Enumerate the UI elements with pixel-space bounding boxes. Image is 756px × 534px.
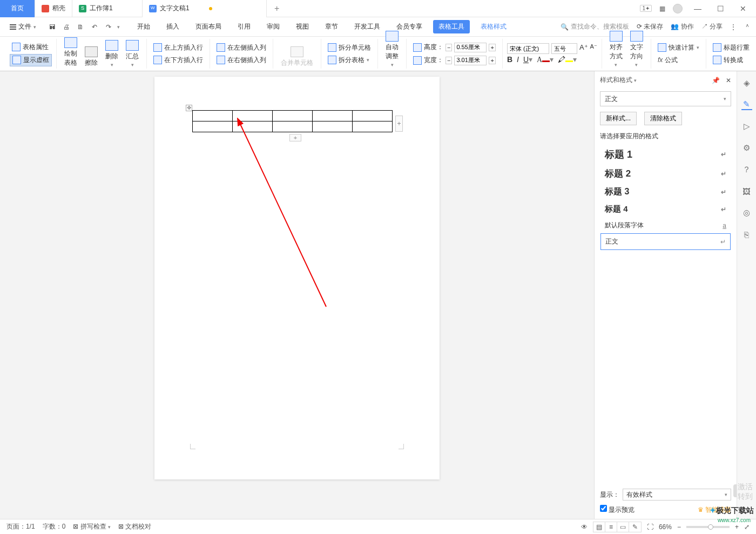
view-read-button[interactable]: ✎ bbox=[629, 522, 641, 532]
insert-below-button[interactable]: 在下方插入行 bbox=[151, 55, 205, 66]
side-settings-icon[interactable]: ⚙ bbox=[741, 143, 752, 153]
close-panel-button[interactable]: ✕ bbox=[726, 77, 731, 84]
collapse-ribbon-button[interactable]: ＾ bbox=[744, 22, 751, 31]
menu-ref[interactable]: 引用 bbox=[232, 20, 256, 33]
new-tab-button[interactable]: + bbox=[267, 4, 287, 13]
add-column-button[interactable]: + bbox=[395, 116, 403, 132]
split-table-button[interactable]: 拆分表格▾ bbox=[326, 55, 373, 66]
status-words[interactable]: 字数：0 bbox=[43, 522, 66, 531]
insert-right-button[interactable]: 在右侧插入列 bbox=[214, 55, 268, 66]
tab-doc[interactable]: 文字文稿1 bbox=[143, 0, 267, 17]
summary-button[interactable]: 汇总▾ bbox=[123, 39, 142, 69]
style-heading2[interactable]: 标题 2↵ bbox=[600, 164, 731, 183]
qat-print-button[interactable]: 🖨 bbox=[61, 22, 72, 32]
badge-icon[interactable]: 1✦ bbox=[640, 5, 652, 12]
menu-view[interactable]: 视图 bbox=[291, 20, 314, 33]
col-width-control[interactable]: 宽度： − + bbox=[411, 55, 498, 66]
qat-undo-button[interactable]: ↶ bbox=[89, 22, 100, 32]
close-button[interactable]: ✕ bbox=[735, 4, 751, 13]
style-body[interactable]: 正文↵ bbox=[600, 233, 731, 250]
apps-icon[interactable]: ▦ bbox=[659, 5, 665, 12]
menu-dev[interactable]: 开发工具 bbox=[349, 20, 386, 33]
file-menu[interactable]: 文件 ▾ bbox=[5, 21, 40, 33]
menu-start[interactable]: 开始 bbox=[132, 20, 156, 33]
side-select-icon[interactable]: ▷ bbox=[741, 121, 752, 132]
zoom-out-button[interactable]: − bbox=[677, 523, 681, 531]
grow-font-button[interactable]: A⁺ bbox=[579, 43, 588, 54]
convert-button[interactable]: 转换成 bbox=[711, 55, 752, 66]
zoom-label[interactable]: 66% bbox=[659, 523, 672, 531]
pin-button[interactable]: 📌 bbox=[712, 77, 720, 84]
qat-preview-button[interactable]: 🗎 bbox=[75, 22, 86, 32]
menu-layout[interactable]: 页面布局 bbox=[190, 20, 227, 33]
shrink-font-button[interactable]: A⁻ bbox=[590, 43, 597, 54]
show-select[interactable]: 有效样式▾ bbox=[623, 489, 731, 501]
formula-button[interactable]: fx 公式 bbox=[656, 55, 701, 66]
view-page-button[interactable]: ▤ bbox=[593, 522, 605, 532]
zoom-fit-button[interactable]: ⛶ bbox=[647, 523, 653, 531]
current-style-select[interactable]: 正文▾ bbox=[600, 91, 731, 106]
align-button[interactable]: 对齐方式▾ bbox=[606, 30, 626, 69]
eraser-button[interactable]: 擦除 bbox=[82, 45, 101, 69]
status-spell[interactable]: ⊠ 拼写检查 ▾ bbox=[73, 522, 111, 531]
font-name-input[interactable] bbox=[507, 43, 549, 54]
status-proof[interactable]: ⊠ 文档校对 bbox=[118, 522, 151, 531]
minimize-button[interactable]: — bbox=[690, 4, 705, 13]
menu-review[interactable]: 审阅 bbox=[261, 20, 285, 33]
row-height-control[interactable]: 高度： − + bbox=[411, 42, 498, 53]
delete-button[interactable]: 删除▾ bbox=[102, 39, 122, 69]
clear-format-button[interactable]: 清除格式 bbox=[644, 112, 682, 125]
font-color-button[interactable]: A▾ bbox=[537, 55, 554, 64]
underline-button[interactable]: U▾ bbox=[523, 55, 532, 64]
qat-more-button[interactable]: ▾ bbox=[117, 24, 120, 30]
style-heading3[interactable]: 标题 3↵ bbox=[600, 183, 731, 201]
new-style-button[interactable]: 新样式... bbox=[600, 112, 637, 125]
share-button[interactable]: ↗ 分享 bbox=[701, 22, 723, 31]
avatar-icon[interactable] bbox=[673, 4, 683, 13]
menu-section[interactable]: 章节 bbox=[320, 20, 343, 33]
insert-above-button[interactable]: 在上方插入行 bbox=[151, 42, 205, 53]
document-page[interactable]: ✥ + + bbox=[154, 77, 440, 479]
coop-button[interactable]: 👥 协作 bbox=[671, 22, 693, 31]
draw-table-button[interactable]: 绘制表格 bbox=[61, 36, 80, 69]
tab-home[interactable]: 首页 bbox=[0, 0, 35, 17]
show-border-button[interactable]: 显示虚框 bbox=[10, 54, 52, 66]
show-preview-checkbox[interactable]: 显示预览 bbox=[600, 505, 634, 515]
view-web-button[interactable]: ▭ bbox=[617, 522, 629, 532]
maximize-button[interactable]: ☐ bbox=[713, 4, 728, 13]
header-row-button[interactable]: 标题行重 bbox=[711, 42, 752, 53]
font-size-input[interactable] bbox=[551, 43, 577, 54]
tab-workbook[interactable]: 工作簿1 bbox=[72, 0, 143, 17]
menu-insert[interactable]: 插入 bbox=[161, 20, 185, 33]
height-input[interactable] bbox=[454, 43, 487, 52]
table-props-button[interactable]: 表格属性 bbox=[10, 42, 52, 53]
side-style-icon[interactable]: ✎ bbox=[741, 99, 752, 110]
zoom-in-button[interactable]: + bbox=[735, 523, 739, 531]
side-target-icon[interactable]: ◎ bbox=[741, 207, 752, 218]
eye-icon[interactable]: 👁 bbox=[581, 523, 588, 531]
side-help-icon[interactable]: ？ bbox=[741, 164, 752, 175]
table-move-handle[interactable]: ✥ bbox=[186, 105, 192, 111]
bold-button[interactable]: B bbox=[507, 55, 512, 64]
zoom-slider[interactable] bbox=[686, 526, 730, 528]
insert-left-button[interactable]: 在左侧插入列 bbox=[214, 42, 268, 53]
qat-redo-button[interactable]: ↷ bbox=[103, 22, 114, 32]
side-doc-icon[interactable]: ⎘ bbox=[741, 229, 752, 240]
side-diamond-icon[interactable]: ◈ bbox=[741, 78, 752, 89]
style-default-font[interactable]: 默认段落字体a bbox=[600, 218, 731, 233]
style-heading1[interactable]: 标题 1↵ bbox=[600, 145, 731, 164]
tab-dk[interactable]: 稻壳 bbox=[35, 0, 72, 17]
status-page[interactable]: 页面：1/1 bbox=[6, 522, 35, 531]
quick-calc-button[interactable]: 快速计算▾ bbox=[656, 42, 701, 53]
style-heading4[interactable]: 标题 4↵ bbox=[600, 201, 731, 218]
fullscreen-button[interactable]: ⤢ bbox=[744, 523, 750, 531]
menu-table-tools[interactable]: 表格工具 bbox=[433, 20, 470, 33]
view-outline-button[interactable]: ≡ bbox=[605, 522, 617, 532]
split-cells-button[interactable]: 拆分单元格 bbox=[326, 42, 373, 53]
highlight-button[interactable]: 🖍▾ bbox=[558, 55, 577, 64]
side-image-icon[interactable]: 🖼 bbox=[741, 186, 752, 197]
qat-save-button[interactable]: 🖬 bbox=[47, 22, 58, 32]
width-input[interactable] bbox=[454, 56, 487, 65]
autofit-button[interactable]: 自动调整▾ bbox=[382, 30, 402, 69]
text-dir-button[interactable]: 文字方向▾ bbox=[627, 30, 646, 69]
